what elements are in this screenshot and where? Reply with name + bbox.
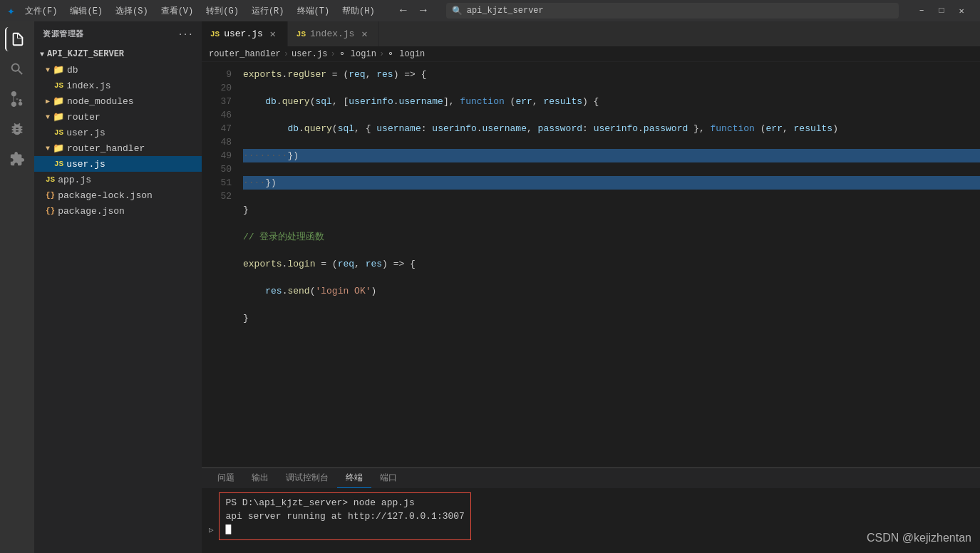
tabs-bar: JS user.js ✕ JS index.js ✕ xyxy=(202,21,980,46)
sidebar-item-router[interactable]: ▼ 📁 router xyxy=(34,109,202,125)
tab-js-icon: JS xyxy=(296,30,306,38)
breadcrumb: router_handler › user.js › ⚬ login › ⚬ l… xyxy=(202,46,980,62)
sidebar-item-node-modules[interactable]: ▶ 📁 node_modules xyxy=(34,93,202,109)
titlebar: ✦ 文件(F) 编辑(E) 选择(S) 查看(V) 转到(G) 运行(R) 终端… xyxy=(0,0,980,21)
activity-bar xyxy=(0,21,34,553)
terminal-box: PS D:\api_kjzt_server> node app.js api s… xyxy=(219,492,470,540)
terminal-line1: PS D:\api_kjzt_server> node app.js xyxy=(225,496,464,510)
tab-label: index.js xyxy=(310,29,354,39)
sidebar-item-db-index[interactable]: JS index.js xyxy=(34,78,202,93)
sidebar-item-handler-user[interactable]: JS user.js xyxy=(34,156,202,172)
sidebar-more[interactable]: ··· xyxy=(178,30,193,38)
back-button[interactable]: ← xyxy=(395,2,412,19)
sidebar-item-router-user[interactable]: JS user.js xyxy=(34,125,202,140)
sidebar-item-app[interactable]: JS app.js xyxy=(34,172,202,187)
breadcrumb-router-handler: router_handler xyxy=(209,49,281,59)
js-file-icon: JS xyxy=(54,160,63,168)
menu-view[interactable]: 查看(V) xyxy=(155,4,200,19)
sidebar-item-package[interactable]: {} package.json xyxy=(34,203,202,219)
code-content[interactable]: exports.regUser = (req, res) => { db.que… xyxy=(237,62,980,467)
chevron-right-icon: ▶ xyxy=(46,97,50,105)
tree-root[interactable]: ▼ API_KJZT_SERVER xyxy=(34,46,202,62)
breadcrumb-file: user.js xyxy=(292,49,327,59)
tab-close-button[interactable]: ✕ xyxy=(267,29,279,40)
tab-label: user.js xyxy=(224,29,263,39)
folder-icon: 📁 xyxy=(53,95,64,107)
file-label: user.js xyxy=(66,159,105,170)
breadcrumb-sep3: › xyxy=(379,49,384,59)
sidebar-item-db[interactable]: ▼ 📁 db xyxy=(34,62,202,78)
editor-area: JS user.js ✕ JS index.js ✕ router_handle… xyxy=(202,21,980,553)
file-label: app.js xyxy=(58,175,91,185)
minimize-button[interactable]: – xyxy=(913,2,930,19)
folder-icon: 📁 xyxy=(53,143,64,154)
menu-edit[interactable]: 编辑(E) xyxy=(64,4,108,19)
code-editor[interactable]: 9 20 37 46 47 48 49 50 51 52 exports.reg… xyxy=(202,62,980,467)
menu-file[interactable]: 文件(F) xyxy=(19,4,63,19)
terminal-content[interactable]: ▷ PS D:\api_kjzt_server> node app.js api… xyxy=(202,488,980,553)
terminal-tab-ports[interactable]: 端口 xyxy=(371,468,406,488)
file-label: package.json xyxy=(58,206,125,217)
menu-help[interactable]: 帮助(H) xyxy=(336,4,381,19)
forward-button[interactable]: → xyxy=(415,2,432,19)
debug-activity-icon[interactable] xyxy=(5,117,29,141)
main-layout: 资源管理器 ··· ▼ API_KJZT_SERVER ▼ 📁 db JS in… xyxy=(0,21,980,553)
file-label: package-lock.json xyxy=(58,190,153,201)
tab-index-js[interactable]: JS index.js ✕ xyxy=(288,21,380,46)
menu-select[interactable]: 选择(S) xyxy=(110,4,154,19)
sidebar-content: ▼ API_KJZT_SERVER ▼ 📁 db JS index.js ▶ 📁… xyxy=(34,46,202,553)
sidebar-title: 资源管理器 xyxy=(43,29,84,39)
js-file-icon: JS xyxy=(46,175,55,184)
extensions-activity-icon[interactable] xyxy=(5,147,29,171)
js-file-icon: JS xyxy=(54,128,63,137)
tab-js-icon: JS xyxy=(210,30,220,38)
menu-run[interactable]: 运行(R) xyxy=(246,4,290,19)
folder-label: router_handler xyxy=(67,143,145,154)
terminal-tabs: 问题 输出 调试控制台 终端 端口 xyxy=(202,468,980,488)
breadcrumb-login1: ⚬ login xyxy=(339,48,376,59)
terminal-prompt: PS D:\api_kjzt_server> node app.js xyxy=(225,497,414,508)
source-control-activity-icon[interactable] xyxy=(5,87,29,111)
terminal-tab-terminal[interactable]: 终端 xyxy=(337,468,371,488)
json-file-icon: {} xyxy=(46,207,55,215)
tab-close-button[interactable]: ✕ xyxy=(359,29,370,40)
root-label: API_KJZT_SERVER xyxy=(47,49,124,59)
folder-icon: 📁 xyxy=(53,64,64,76)
chevron-down-icon: ▼ xyxy=(46,66,50,74)
breadcrumb-sep1: › xyxy=(284,49,289,59)
terminal-output: api server running at http://127.0.0.1:3… xyxy=(225,511,464,522)
close-button[interactable]: ✕ xyxy=(953,2,970,19)
csdn-watermark: CSDN @kejizhentan xyxy=(867,532,971,544)
tab-user-js[interactable]: JS user.js ✕ xyxy=(202,21,288,46)
maximize-button[interactable]: □ xyxy=(933,2,950,19)
folder-icon: 📁 xyxy=(53,111,64,123)
json-file-icon: {} xyxy=(46,191,55,200)
search-icon: 🔍 xyxy=(452,6,463,16)
sidebar: 资源管理器 ··· ▼ API_KJZT_SERVER ▼ 📁 db JS in… xyxy=(34,21,202,553)
terminal-tab-issues[interactable]: 问题 xyxy=(209,468,243,488)
file-label: user.js xyxy=(66,128,105,138)
terminal-tab-debug[interactable]: 调试控制台 xyxy=(277,468,337,488)
terminal-area: 问题 输出 调试控制台 终端 端口 ▷ PS D:\api_kjzt_serve… xyxy=(202,467,980,553)
breadcrumb-login2: ⚬ login xyxy=(387,48,425,59)
folder-label: db xyxy=(67,65,78,76)
titlebar-menu: 文件(F) 编辑(E) 选择(S) 查看(V) 转到(G) 运行(R) 终端(T… xyxy=(19,4,381,19)
js-file-icon: JS xyxy=(54,81,63,90)
menu-terminal[interactable]: 终端(T) xyxy=(292,4,336,19)
searchbar[interactable]: 🔍 api_kjzt_server xyxy=(446,3,899,19)
menu-goto[interactable]: 转到(G) xyxy=(200,4,244,19)
terminal-line2: api server running at http://127.0.0.1:3… xyxy=(225,510,464,523)
search-text: api_kjzt_server xyxy=(467,6,544,16)
search-activity-icon[interactable] xyxy=(5,57,29,81)
sidebar-item-router-handler[interactable]: ▼ 📁 router_handler xyxy=(34,140,202,156)
chevron-down-icon: ▼ xyxy=(46,113,50,121)
breadcrumb-sep2: › xyxy=(330,49,335,59)
sidebar-item-package-lock[interactable]: {} package-lock.json xyxy=(34,187,202,203)
app-icon: ✦ xyxy=(7,3,15,19)
files-activity-icon[interactable] xyxy=(5,27,29,51)
chevron-down-icon: ▼ xyxy=(46,145,50,153)
folder-label: node_modules xyxy=(67,96,134,107)
chevron-down-icon: ▼ xyxy=(40,51,44,58)
terminal-tab-output[interactable]: 输出 xyxy=(243,468,277,488)
sidebar-header: 资源管理器 ··· xyxy=(34,21,202,46)
